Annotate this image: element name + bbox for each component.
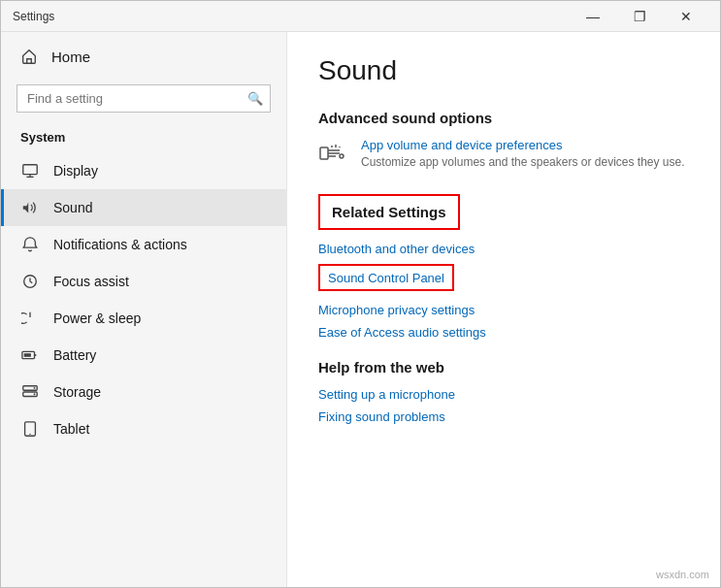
display-icon [20, 162, 40, 180]
sidebar-section-title: System [1, 124, 286, 152]
sidebar-item-focus-label: Focus assist [53, 274, 129, 289]
sound-control-panel-wrapper: Sound Control Panel [318, 264, 689, 295]
sidebar-item-storage[interactable]: Storage [1, 374, 286, 410]
related-link-sound-control-panel[interactable]: Sound Control Panel [328, 271, 444, 285]
sidebar-item-notifications-label: Notifications & actions [53, 237, 187, 252]
svg-point-7 [34, 393, 36, 395]
battery-icon [20, 346, 40, 364]
advanced-option-desc: Customize app volumes and the speakers o… [361, 154, 685, 171]
svg-point-11 [340, 154, 344, 158]
sidebar-item-sound-label: Sound [53, 200, 92, 215]
help-links: Setting up a microphone Fixing sound pro… [318, 387, 689, 424]
sidebar-item-display-label: Display [53, 163, 98, 179]
sidebar-item-battery[interactable]: Battery [1, 337, 286, 374]
power-icon [20, 310, 40, 327]
storage-icon [20, 383, 40, 401]
help-section: Help from the web Setting up a microphon… [318, 359, 689, 424]
sidebar-item-power[interactable]: Power & sleep [1, 300, 286, 337]
sidebar-item-focus[interactable]: Focus assist [1, 263, 286, 300]
advanced-section-heading: Advanced sound options [318, 110, 689, 126]
search-icon: 🔍 [247, 91, 263, 106]
related-links: Bluetooth and other devices Sound Contro… [318, 242, 689, 340]
sidebar-item-home[interactable]: Home [1, 32, 286, 81]
watermark: wsxdn.com [656, 569, 709, 580]
search-input[interactable] [16, 84, 271, 113]
advanced-option-title[interactable]: App volume and device preferences [361, 138, 685, 152]
notifications-icon [20, 236, 40, 253]
close-button[interactable]: ✕ [664, 1, 708, 32]
sidebar-item-tablet-label: Tablet [53, 421, 89, 437]
content-area: Home 🔍 System Display [1, 32, 720, 587]
home-icon [20, 48, 38, 65]
sidebar-item-sound[interactable]: Sound [1, 189, 286, 226]
sound-control-panel-box: Sound Control Panel [318, 264, 454, 291]
maximize-button[interactable]: ❐ [617, 1, 662, 32]
related-settings-heading: Related Settings [332, 204, 446, 220]
svg-rect-10 [320, 147, 328, 159]
minimize-button[interactable]: — [571, 1, 615, 32]
page-title: Sound [318, 55, 689, 86]
help-link-setup-mic[interactable]: Setting up a microphone [318, 387, 689, 402]
settings-window: Settings — ❐ ✕ Home 🔍 [0, 0, 721, 588]
help-link-fix-sound[interactable]: Fixing sound problems [318, 409, 689, 424]
sound-icon [20, 199, 40, 216]
related-link-ease-of-access[interactable]: Ease of Access audio settings [318, 325, 689, 340]
sidebar: Home 🔍 System Display [1, 32, 287, 587]
titlebar-title: Settings [13, 10, 571, 23]
related-link-bluetooth[interactable]: Bluetooth and other devices [318, 242, 689, 256]
tablet-icon [20, 420, 40, 438]
advanced-sound-icon [318, 138, 349, 169]
search-box: 🔍 [16, 84, 271, 113]
help-section-heading: Help from the web [318, 359, 689, 376]
svg-rect-3 [24, 353, 31, 357]
main-content: Sound Advanced sound options App volume … [287, 32, 720, 587]
svg-rect-0 [23, 165, 37, 175]
svg-point-9 [29, 434, 30, 435]
sidebar-item-power-label: Power & sleep [53, 310, 141, 326]
home-label: Home [51, 49, 90, 65]
advanced-option-text: App volume and device preferences Custom… [361, 138, 685, 171]
titlebar-controls: — ❐ ✕ [571, 1, 708, 32]
related-settings-box: Related Settings [318, 194, 460, 230]
focus-icon [20, 273, 40, 290]
related-link-microphone[interactable]: Microphone privacy settings [318, 303, 689, 317]
advanced-option: App volume and device preferences Custom… [318, 138, 689, 171]
related-settings-section: Related Settings Bluetooth and other dev… [318, 194, 689, 340]
sidebar-item-storage-label: Storage [53, 384, 101, 400]
sidebar-item-tablet[interactable]: Tablet [1, 410, 286, 447]
titlebar: Settings — ❐ ✕ [1, 1, 720, 32]
sidebar-item-battery-label: Battery [53, 347, 96, 363]
svg-point-6 [34, 387, 36, 389]
sidebar-item-notifications[interactable]: Notifications & actions [1, 226, 286, 263]
sidebar-item-display[interactable]: Display [1, 152, 286, 189]
